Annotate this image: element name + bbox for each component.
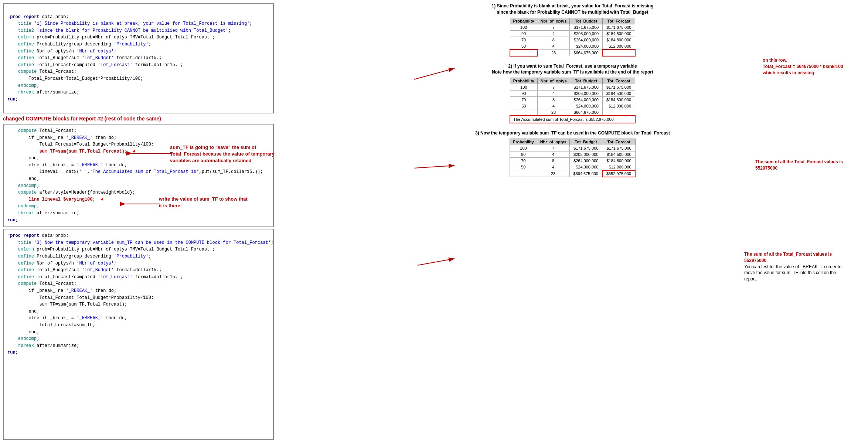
col-nbr: Nbr_of_optys — [537, 139, 569, 145]
main-layout: =proc report data=prob; title '1) Since … — [0, 0, 868, 443]
report3-table: Probability Nbr_of_optys Tot_Budget Tot_… — [510, 139, 636, 177]
accumulated-row: The Accumulated sum of Total_Forcast is … — [510, 116, 635, 123]
svg-line-3 — [418, 259, 455, 265]
col-budget: Tot_Budget — [570, 18, 603, 24]
summary-row: 23 $664,675,000 — [510, 109, 635, 116]
summary-row-3: 23 $664,675,000 $552,975,000 — [510, 170, 635, 177]
table-row: 708$264,000,000$184,800,000 — [510, 37, 635, 43]
report2-table: Probability Nbr_of_optys Tot_Budget Tot_… — [510, 78, 635, 123]
table-row: 904$205,000,000$184,500,000 — [510, 91, 635, 97]
annotation-lineval: write the value of sum_TF to show that i… — [159, 196, 255, 209]
col-probability: Probability — [510, 18, 537, 24]
col-budget: Tot_Budget — [570, 78, 602, 84]
col-forcast: Tot_Forcast — [602, 139, 635, 145]
col-forcast: Tot_Forcast — [603, 18, 635, 24]
table-row: 1007$171,675,000$171,675,000 — [510, 24, 635, 30]
col-nbr: Nbr_of_optys — [537, 18, 570, 24]
table-row: 1007$171,675,000$171,675,000 — [510, 84, 635, 91]
col-probability: Probability — [510, 139, 537, 145]
table-row: 504$24,000,000$12,000,000 — [510, 43, 635, 50]
table-row: 904$205,000,000$184,500,000 — [510, 30, 635, 37]
left-column: =proc report data=prob; title '1) Since … — [0, 0, 277, 443]
table-row: 1007$171,675,000$171,675,000 — [510, 145, 635, 151]
report1-title: 1) Since Probability is blank at break, … — [282, 3, 864, 16]
col-budget: Tot_Budget — [569, 139, 602, 145]
table-row: 504$24,000,000$12,000,000 — [510, 103, 635, 109]
summary-row: 23 $664,675,000 — [510, 50, 635, 56]
report1-table: Probability Nbr_of_optys Tot_Budget Tot_… — [510, 18, 636, 57]
annotation-report3-right: The sum of all the Total_Forcast values … — [744, 251, 866, 282]
annotation-report2-right: The sum of all the Total_Forcast values … — [755, 159, 866, 171]
code-block-1: =proc report data=prob; title '1) Since … — [3, 3, 274, 113]
report-section-1: 1) Since Probability is blank at break, … — [282, 3, 864, 57]
report3-title: 3) Now the temporary variable sum_TF can… — [282, 130, 864, 136]
col-forcast: Tot_Forcast — [602, 78, 635, 84]
code-block-2: compute Total_Forcast; if _break_ ne '_R… — [3, 124, 274, 227]
col-probability: Probability — [510, 78, 537, 84]
annotation-sum-tf: sum_TF is going to "save" the sum of Tot… — [170, 144, 285, 164]
table-row: 504$24,000,000$12,000,000 — [510, 164, 635, 170]
table-row: 708$264,000,000$184,800,000 — [510, 157, 635, 164]
annotation-report1-right: on this row, Total_Forcast = 664675000 *… — [763, 57, 866, 76]
table-row: 708$264,000,000$184,800,000 — [510, 97, 635, 103]
right-column: 1) Since Probability is blank at break, … — [277, 0, 868, 443]
col-nbr: Nbr_of_optys — [537, 78, 570, 84]
table-row: 904$205,000,000$184,500,000 — [510, 151, 635, 157]
changed-label: changed COMPUTE blocks for Report #2 (re… — [3, 116, 274, 122]
code-block-3: =proc report data=prob; title '3) Now th… — [3, 229, 274, 440]
